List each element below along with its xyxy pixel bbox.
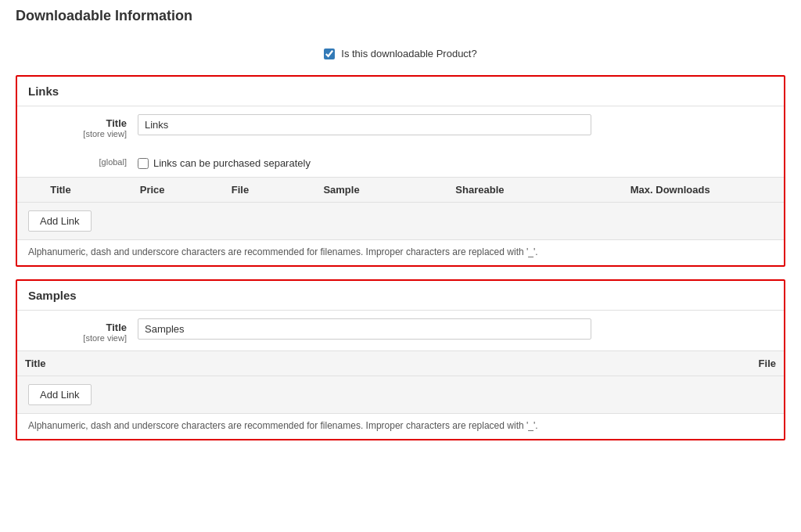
samples-col-title: Title [17, 351, 418, 376]
links-note: Alphanumeric, dash and underscore charac… [17, 239, 784, 265]
samples-col-file: File [418, 351, 784, 376]
samples-table: Title File [17, 351, 784, 376]
links-purchased-checkbox[interactable] [138, 158, 149, 169]
links-title-label: Title [28, 117, 127, 129]
samples-section-heading: Samples [17, 281, 784, 311]
is-downloadable-row: Is this downloadable Product? [16, 48, 785, 59]
links-section-heading: Links [17, 77, 784, 106]
samples-note: Alphanumeric, dash and underscore charac… [17, 413, 784, 439]
samples-table-wrapper: Title File Add Link [17, 350, 784, 413]
links-table: Title Price File Sample Shareable Max. D… [17, 178, 784, 203]
links-col-sample: Sample [280, 178, 404, 203]
links-col-price: Price [104, 178, 201, 203]
links-title-store-view: [store view] [28, 129, 127, 138]
samples-title-label: Title [28, 322, 127, 333]
samples-add-link-button[interactable]: Add Link [28, 384, 92, 405]
is-downloadable-label[interactable]: Is this downloadable Product? [341, 48, 476, 59]
links-col-file: File [200, 178, 279, 203]
links-purchased-field: Links can be purchased separately [138, 154, 773, 169]
links-col-title: Title [17, 178, 104, 203]
samples-title-row: Title [store view] [17, 311, 784, 350]
samples-section: Samples Title [store view] Title File Ad… [16, 279, 785, 440]
links-add-link-button[interactable]: Add Link [28, 210, 92, 232]
links-global-label-wrapper: [global] [28, 154, 138, 167]
samples-title-input[interactable] [138, 318, 591, 340]
samples-add-link-row: Add Link [17, 376, 784, 413]
is-downloadable-checkbox[interactable] [324, 49, 335, 59]
samples-title-label-wrapper: Title [store view] [28, 318, 138, 343]
links-col-shareable: Shareable [404, 178, 557, 203]
page-title: Downloadable Information [16, 8, 785, 32]
links-purchased-row: [global] Links can be purchased separate… [17, 146, 784, 177]
links-purchased-checkbox-row: Links can be purchased separately [138, 154, 773, 169]
links-title-row: Title [store view] [17, 106, 784, 146]
links-title-label-wrapper: Title [store view] [28, 114, 138, 138]
links-col-max-downloads: Max. Downloads [556, 178, 784, 203]
links-section: Links Title [store view] [global] Links … [16, 75, 785, 267]
samples-title-store-view: [store view] [28, 333, 127, 343]
links-title-field [138, 114, 773, 135]
samples-title-field [138, 318, 773, 340]
links-global-label: [global] [28, 157, 127, 167]
links-table-wrapper: Title Price File Sample Shareable Max. D… [17, 177, 784, 239]
links-purchased-label[interactable]: Links can be purchased separately [153, 157, 311, 169]
links-title-input[interactable] [138, 114, 591, 135]
links-add-link-row: Add Link [17, 203, 784, 239]
